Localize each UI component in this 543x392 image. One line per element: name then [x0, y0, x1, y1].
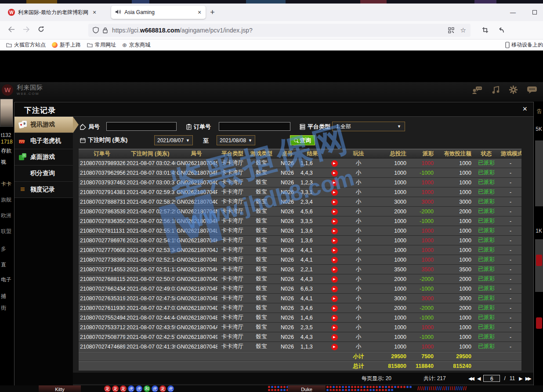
cell-hall: 卡卡湾厅: [217, 188, 247, 196]
cell-game: 骰宝: [247, 246, 275, 254]
replay-play-icon[interactable]: ▶: [331, 228, 338, 234]
bead-dot: [382, 386, 384, 388]
replay-play-icon[interactable]: ▶: [331, 247, 338, 254]
bead-dot: [336, 389, 338, 391]
close-icon[interactable]: ×: [522, 104, 527, 114]
back-icon[interactable]: [8, 26, 15, 35]
left-background-fragment: 捕: [1, 293, 14, 300]
bookmark-item[interactable]: 新手上路: [52, 41, 81, 49]
cell-game: 骰宝: [247, 324, 275, 331]
cell-total: 1000: [374, 257, 408, 263]
tab-title: 利来国际-最给力的老牌博彩网站: [18, 9, 88, 16]
tab-asia-gaming[interactable]: Asia Gaming ×: [111, 6, 206, 19]
url-text[interactable]: https://gci.w668818.com/agingame/pcv1/in…: [112, 27, 445, 34]
cell-order: 210807037962956: [79, 170, 125, 176]
forward-icon[interactable]: [23, 26, 30, 35]
audio-playing-icon[interactable]: [116, 9, 121, 15]
replay-play-icon[interactable]: ▶: [331, 266, 338, 273]
customer-service-icon[interactable]: [472, 86, 482, 94]
cell-table_no: N026: [275, 228, 299, 234]
replay-play-icon[interactable]: ▶: [331, 315, 338, 321]
bead-dot: [351, 386, 353, 388]
cards-icon: ♥9: [19, 121, 27, 129]
replay-play-icon[interactable]: ▶: [331, 180, 338, 186]
undo-arrow-icon[interactable]: [497, 27, 504, 33]
replay-play-icon[interactable]: ▶: [331, 189, 338, 196]
replay-play-icon[interactable]: ▶: [331, 295, 338, 302]
window-maximize-button[interactable]: [532, 10, 537, 14]
replay-play-icon[interactable]: ▶: [331, 160, 338, 167]
tracking-shield-icon[interactable]: [93, 27, 99, 33]
replay-play-icon[interactable]: ▶: [331, 324, 338, 331]
logo-title: 利来国际: [17, 84, 43, 92]
replay-play-icon[interactable]: ▶: [331, 170, 338, 176]
sidebar-item-2[interactable]: ⁙桌面游戏: [14, 149, 73, 165]
bead-dot: [357, 386, 359, 388]
cell-round: GN02621807049: [175, 334, 217, 340]
order-number-input[interactable]: [219, 122, 290, 131]
search-button[interactable]: 查询: [290, 135, 315, 145]
next-page-icon[interactable]: ▶: [519, 376, 521, 381]
roadmap-cell: 虎: [128, 385, 134, 392]
replay-play-icon[interactable]: ▶: [331, 344, 338, 350]
sidebar-item-0[interactable]: ♥9视讯游戏: [14, 117, 73, 133]
bookmark-star-icon[interactable]: ☆: [460, 26, 466, 34]
sidebar-item-3[interactable]: 积分查询: [14, 165, 73, 182]
cell-payout: 1000: [408, 160, 435, 166]
cell-order: 210807027863539: [79, 209, 125, 215]
cell-status: 已派彩: [473, 295, 500, 302]
last-page-icon[interactable]: ▶▶: [525, 376, 530, 381]
roadmap-cell: 虎: [167, 385, 174, 392]
cell-mode: -: [500, 209, 521, 215]
replay-play-icon[interactable]: ▶: [331, 305, 338, 312]
replay-play-icon[interactable]: ▶: [331, 276, 338, 283]
prev-page-icon[interactable]: ◀: [477, 376, 479, 381]
page-number-input[interactable]: 6: [483, 375, 500, 382]
music-icon[interactable]: [492, 86, 500, 94]
cell-payout: 3000: [408, 199, 435, 205]
bead-dot: [280, 389, 282, 391]
first-page-icon[interactable]: ◀◀: [468, 376, 473, 381]
tab-close-icon[interactable]: ×: [93, 9, 96, 15]
bead-dot: [400, 386, 402, 388]
tab-w88[interactable]: W 利来国际-最给力的老牌博彩网站 ×: [4, 6, 101, 19]
cell-payout: 1000: [408, 324, 435, 331]
points-icon: [19, 169, 27, 177]
cell-order: 210807027811131: [79, 228, 125, 234]
bookmark-item[interactable]: 火狐官方站点: [6, 41, 46, 49]
round-number-input[interactable]: [106, 122, 177, 131]
chat-icon[interactable]: [527, 86, 537, 94]
platform-type-select[interactable]: 1.全部 ▼: [332, 122, 405, 131]
bead-dot: [268, 386, 270, 388]
reload-icon[interactable]: [38, 26, 44, 35]
new-tab-button[interactable]: +: [210, 8, 215, 17]
qr-code-icon[interactable]: [448, 27, 454, 33]
screenshot-icon[interactable]: [482, 27, 489, 33]
tab-close-icon[interactable]: ×: [198, 9, 201, 15]
date-from-select[interactable]: 2021/08/07 ▼: [154, 135, 193, 145]
url-bar[interactable]: https://gci.w668818.com/agingame/pcv1/in…: [88, 24, 471, 37]
replay-play-icon[interactable]: ▶: [331, 334, 338, 341]
mobile-bookmarks-item[interactable]: 移动设备上的: [503, 40, 543, 50]
sidebar-item-1[interactable]: 777电子老虎机: [14, 133, 73, 149]
bead-dot: [326, 386, 329, 388]
cell-valid: 1000: [435, 160, 473, 166]
settings-gear-icon[interactable]: [509, 86, 518, 94]
bookmark-item[interactable]: 常用网址: [87, 41, 116, 49]
replay-play-icon[interactable]: ▶: [331, 237, 338, 244]
replay-play-icon[interactable]: ▶: [331, 199, 338, 205]
window-minimize-button[interactable]: —: [510, 9, 516, 16]
cell-mode: -: [500, 276, 521, 282]
cell-total: 3500: [374, 266, 408, 273]
replay-play-icon[interactable]: ▶: [331, 257, 338, 263]
replay-play-icon[interactable]: ▶: [331, 218, 338, 225]
bookmark-item[interactable]: ⊕ 京东商城: [122, 41, 150, 49]
cell-hall: 卡卡湾厅: [217, 295, 247, 302]
replay-play-icon[interactable]: ▶: [331, 209, 338, 215]
lock-icon[interactable]: [103, 27, 108, 33]
replay-play-icon[interactable]: ▶: [331, 286, 338, 292]
cell-game: 骰宝: [247, 314, 275, 321]
date-to-select[interactable]: 2021/08/08 ▼: [217, 135, 255, 145]
sidebar-item-4[interactable]: 额度记录: [14, 182, 73, 198]
site-logo[interactable]: W 利来国际 W88.COM: [2, 84, 43, 96]
